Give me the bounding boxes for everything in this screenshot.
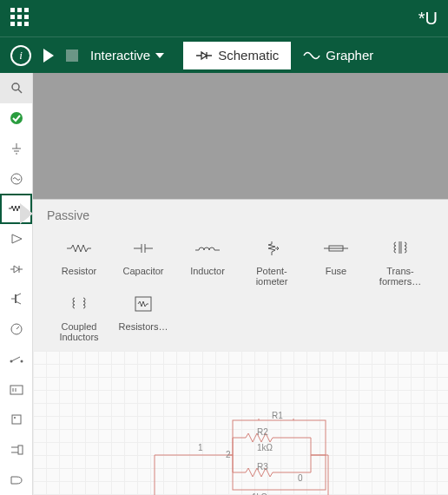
potentiometer-symbol-icon [263,238,280,259]
capacitor-symbol-icon [133,238,154,259]
document-title: *U [418,9,438,29]
sidebar-search[interactable] [0,73,32,103]
palette-potentiometer[interactable]: Potent- iometer [240,234,304,290]
fuse-symbol-icon [323,238,349,259]
component-palette: Passive Resistor Capacitor Inductor Pote… [33,199,448,357]
search-icon [10,82,23,94]
tab-schematic[interactable]: Schematic [183,42,291,69]
node-1-label: 1 [198,443,203,452]
svg-line-16 [11,357,20,361]
r3-ref: R3 [257,462,268,472]
svg-point-21 [14,417,16,419]
sidebar-connector[interactable] [0,435,32,465]
display-icon [10,385,23,395]
apps-menu-icon[interactable] [10,8,31,29]
svg-point-15 [20,360,23,362]
sidebar-display[interactable] [0,374,32,405]
palette-transformers[interactable]: Trans- formers… [368,234,432,290]
run-button[interactable] [43,49,54,63]
switch-icon [9,355,24,364]
sidebar-sources[interactable] [0,103,32,134]
palette-resistors-more[interactable]: Resistors… [111,290,175,346]
sidebar-meter[interactable] [0,314,32,345]
palette-resistor[interactable]: Resistor [47,234,111,290]
opamp-icon [10,232,23,246]
transistor-icon [10,292,23,306]
main-toolbar: i Interactive Schematic Grapher [0,36,448,73]
palette-coupled-inductors[interactable]: Coupled Inductors [47,290,111,346]
svg-rect-35 [135,297,151,311]
palette-capacitor[interactable]: Capacitor [111,234,175,290]
sidebar-ground[interactable] [0,133,32,163]
simulation-mode-select[interactable]: Interactive [90,48,164,63]
canvas-area: Passive Resistor Capacitor Inductor Pote… [33,73,448,495]
diode-icon [195,50,213,62]
sidebar-ic[interactable] [0,405,32,435]
node-0-label: 0 [298,473,303,483]
info-button[interactable]: i [10,45,31,66]
connector-icon [10,445,23,455]
sidebar-misc[interactable] [0,465,32,495]
schematic-canvas[interactable]: 1 2 0 R1 R2 1kΩ R3 1kΩ V1 5V [33,351,448,495]
ground-icon [10,142,23,155]
palette-inductor[interactable]: Inductor [175,234,240,290]
svg-point-0 [12,83,19,90]
inductor-symbol-icon [194,238,221,259]
palette-fuse[interactable]: Fuse [304,234,368,290]
transformer-symbol-icon [390,238,411,259]
meter-icon [10,322,23,336]
svg-rect-17 [10,386,23,394]
ac-source-icon [10,172,23,186]
sidebar-diode[interactable] [0,254,32,284]
r2-val: 1kΩ [257,443,273,452]
node-2-label: 2 [226,450,231,459]
main-area: Passive Resistor Capacitor Inductor Pote… [0,73,448,495]
coupled-inductors-icon [69,294,89,314]
sidebar-source-circle[interactable] [0,163,32,194]
svg-line-13 [16,327,19,329]
sidebar-transistor[interactable] [0,284,32,314]
palette-title: Passive [47,208,434,222]
palette-pointer [20,203,33,224]
canvas-empty-region[interactable] [33,73,448,199]
source-check-icon [10,111,23,125]
resistor-symbol-icon [66,238,92,259]
component-sidebar [0,73,33,495]
gate-icon [10,475,23,485]
svg-rect-20 [12,415,21,424]
view-tabs: Schematic Grapher [183,42,385,69]
sine-wave-icon [303,50,320,62]
mode-label: Interactive [90,48,150,63]
svg-point-2 [10,112,23,124]
app-header: *U [0,0,448,36]
ic-icon [10,413,23,426]
svg-rect-24 [18,446,23,454]
chevron-down-icon [155,53,164,58]
svg-line-1 [18,89,22,93]
sidebar-amplifier[interactable] [0,224,32,254]
sidebar-switch[interactable] [0,345,32,375]
r1-ref: R1 [272,411,283,420]
resistors-group-icon [133,294,154,314]
r2-ref: R2 [257,427,268,437]
stop-button[interactable] [66,50,78,62]
diode-sidebar-icon [9,264,24,274]
tab-grapher[interactable]: Grapher [291,42,385,69]
